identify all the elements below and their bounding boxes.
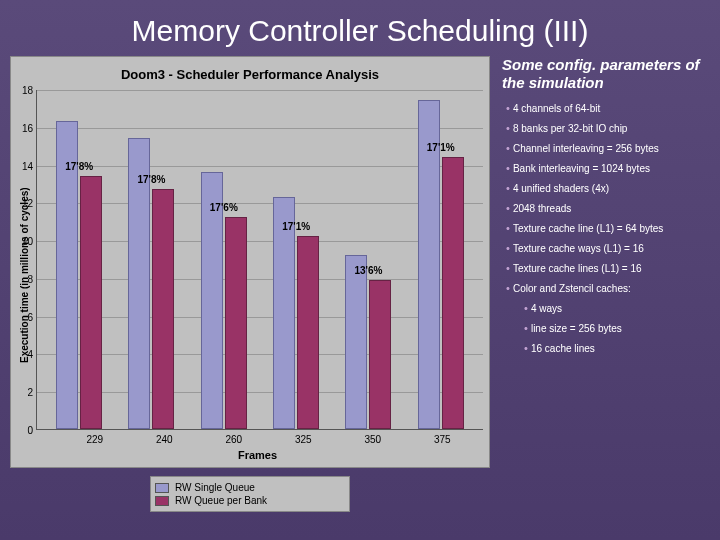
bullet-item: Texture cache ways (L1) = 16 (502, 238, 704, 258)
bullet-item: Texture cache line (L1) = 64 bytes (502, 218, 704, 238)
side-panel: Some config. parameters of the simulatio… (490, 56, 710, 512)
x-ticks: 229240260325350375 (32, 430, 483, 445)
data-label: 13'6% (354, 265, 382, 276)
data-label: 17'8% (137, 174, 165, 185)
bar-perbank (442, 157, 464, 429)
bar-group: 17'8% (49, 121, 109, 429)
legend: RW Single Queue RW Queue per Bank (150, 476, 350, 512)
legend-item-perbank: RW Queue per Bank (155, 494, 345, 507)
side-title: Some config. parameters of the simulatio… (502, 56, 704, 92)
x-tick: 325 (273, 434, 333, 445)
bullet-item: Texture cache lines (L1) = 16 (502, 258, 704, 278)
bar-group: 17'1% (411, 100, 471, 429)
bullet-list: 4 channels of 64-bit8 banks per 32-bit I… (502, 98, 704, 358)
legend-label: RW Single Queue (175, 482, 255, 493)
bar-perbank (152, 189, 174, 429)
bar-group: 17'6% (194, 172, 254, 429)
bar-perbank (369, 280, 391, 429)
bar-group: 17'1% (266, 197, 326, 429)
bar-group: 17'8% (121, 138, 181, 429)
x-tick: 240 (134, 434, 194, 445)
chart-title: Doom3 - Scheduler Performance Analysis (17, 63, 483, 90)
bar-perbank (80, 176, 102, 429)
x-tick: 229 (65, 434, 125, 445)
x-tick: 260 (204, 434, 264, 445)
bullet-item: Bank interleaving = 1024 bytes (502, 158, 704, 178)
bullet-sub-item: 16 cache lines (502, 338, 704, 358)
bar-group: 13'6% (338, 255, 398, 429)
swatch-icon (155, 496, 169, 506)
bullet-item: 8 banks per 32-bit IO chip (502, 118, 704, 138)
bullet-item: 2048 threads (502, 198, 704, 218)
bullet-item: 4 channels of 64-bit (502, 98, 704, 118)
y-tick: 0 (15, 425, 33, 436)
x-tick: 375 (412, 434, 472, 445)
y-tick: 12 (15, 198, 33, 209)
data-label: 17'8% (65, 161, 93, 172)
legend-item-single: RW Single Queue (155, 481, 345, 494)
bar-perbank (297, 236, 319, 429)
chart-column: Doom3 - Scheduler Performance Analysis E… (10, 56, 490, 512)
bullet-item: Color and Zstencil caches: (502, 278, 704, 298)
x-axis-label: Frames (32, 445, 483, 461)
y-tick: 18 (15, 85, 33, 96)
bullet-sub-item: line size = 256 bytes (502, 318, 704, 338)
x-tick: 350 (343, 434, 403, 445)
plot-wrap: Execution time (in millions of cycles) 0… (17, 90, 483, 461)
content-row: Doom3 - Scheduler Performance Analysis E… (0, 56, 720, 512)
y-tick: 16 (15, 122, 33, 133)
bullet-item: Channel interleaving = 256 bytes (502, 138, 704, 158)
y-tick: 2 (15, 387, 33, 398)
slide-title: Memory Controller Scheduling (III) (0, 0, 720, 56)
bullet-sub-item: 4 ways (502, 298, 704, 318)
bar-single (345, 255, 367, 429)
y-tick: 4 (15, 349, 33, 360)
chart-panel: Doom3 - Scheduler Performance Analysis E… (10, 56, 490, 468)
y-tick: 8 (15, 273, 33, 284)
y-tick: 14 (15, 160, 33, 171)
bullet-item: 4 unified shaders (4x) (502, 178, 704, 198)
bar-perbank (225, 217, 247, 429)
swatch-icon (155, 483, 169, 493)
data-label: 17'6% (210, 202, 238, 213)
bars-container: 17'8%17'8%17'6%17'1%13'6%17'1% (37, 90, 483, 429)
data-label: 17'1% (427, 142, 455, 153)
legend-label: RW Queue per Bank (175, 495, 267, 506)
data-label: 17'1% (282, 221, 310, 232)
y-tick: 6 (15, 311, 33, 322)
y-tick: 10 (15, 236, 33, 247)
plot-area: 02468101214161817'8%17'8%17'6%17'1%13'6%… (36, 90, 483, 430)
